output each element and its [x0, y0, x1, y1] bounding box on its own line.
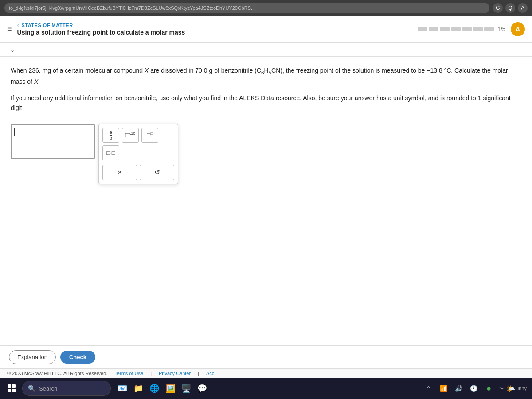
clear-button[interactable]: ×: [102, 165, 137, 180]
taskbar-app-icons: 📧 📁 🌐 🖼️ 🖥️ 💬: [115, 380, 209, 396]
undo-icon: ↺: [154, 168, 160, 176]
acc-link[interactable]: Acc: [206, 371, 214, 376]
terms-link[interactable]: Terms of Use: [114, 371, 143, 376]
privacy-link[interactable]: Privacy Center: [159, 371, 191, 376]
taskbar-file-icon[interactable]: 📁: [131, 380, 145, 396]
browser-icon-q[interactable]: Q: [505, 3, 515, 13]
browser-icon-g[interactable]: G: [493, 3, 503, 13]
location-label: inny: [518, 386, 527, 391]
hamburger-icon[interactable]: ≡: [7, 24, 12, 34]
answer-input[interactable]: [11, 124, 95, 159]
browser-url: to_d-igNsiki7jor5jH-lvgXwrpgmUnVIICeeBZb…: [4, 3, 489, 13]
info-text: If you need any additional information o…: [11, 93, 521, 113]
superscript-button[interactable]: □□: [141, 128, 158, 143]
avatar: A: [511, 22, 525, 36]
chevron-row: ⌄: [0, 43, 532, 57]
copyright-separator-2: |: [198, 371, 199, 376]
section-label: STATES OF MATTER: [17, 23, 412, 28]
undo-button[interactable]: ↺: [140, 165, 174, 180]
superscript-x10-button[interactable]: □x10: [122, 128, 139, 143]
main-content: ≡ STATES OF MATTER Using a solution free…: [0, 16, 532, 378]
formula-benzonitrile: C6H5CN: [257, 67, 280, 74]
clear-icon: ×: [117, 168, 121, 176]
weather-icon[interactable]: 🌤️: [506, 384, 515, 393]
footer-bar: Explanation Check: [0, 345, 532, 368]
network-icon[interactable]: 📶: [438, 382, 450, 395]
copyright-separator-1: |: [150, 371, 152, 376]
question-body: When 236. mg of a certain molecular comp…: [0, 57, 532, 345]
copyright-bar: © 2023 McGraw Hill LLC. All Rights Reser…: [0, 368, 532, 378]
temperature-label: °F: [499, 386, 504, 391]
fraction-icon: a b: [110, 130, 112, 141]
start-button[interactable]: [4, 380, 20, 396]
header-bar: ≡ STATES OF MATTER Using a solution free…: [0, 16, 532, 43]
browser-bar: to_d-igNsiki7jor5jH-lvgXwrpgmUnVIICeeBZb…: [0, 0, 532, 16]
chevron-up-icon[interactable]: ^: [422, 382, 435, 395]
multiply-dot-button[interactable]: □·□: [102, 145, 119, 160]
superscript-x10-icon: □x10: [125, 131, 135, 138]
taskbar-mail-icon[interactable]: 📧: [115, 380, 129, 396]
math-toolbar-row-2: □·□: [102, 145, 174, 160]
check-button[interactable]: Check: [60, 351, 95, 364]
math-toolbar: a b □x10 □□ □·□: [98, 124, 178, 184]
explanation-button[interactable]: Explanation: [9, 350, 56, 364]
clock-icon[interactable]: 🕐: [468, 382, 480, 395]
browser-icon-a[interactable]: A: [518, 3, 528, 13]
progress-bar: [418, 27, 494, 31]
taskbar-monitor-icon[interactable]: 🖥️: [179, 380, 193, 396]
taskbar-browser-icon[interactable]: 🌐: [147, 380, 161, 396]
text-cursor: [14, 128, 15, 136]
progress-area: 1/5: [418, 26, 505, 32]
taskbar-search[interactable]: 🔍 Search: [22, 381, 111, 396]
superscript-icon: □□: [147, 131, 153, 138]
system-tray: ^ 📶 🔊 🕐 ● °F 🌤️ inny: [422, 382, 528, 395]
question-text: When 236. mg of a certain molecular comp…: [11, 66, 521, 87]
copyright-text: © 2023 McGraw Hill LLC. All Rights Reser…: [7, 371, 107, 376]
green-circle-icon[interactable]: ●: [483, 382, 495, 395]
math-toolbar-row-1: a b □x10 □□: [102, 128, 174, 143]
search-icon: 🔍: [28, 385, 35, 392]
taskbar-message-icon[interactable]: 💬: [195, 380, 209, 396]
chevron-down-button[interactable]: ⌄: [7, 44, 18, 55]
search-placeholder: Search: [39, 385, 57, 392]
toolbar-action-row: × ↺: [102, 165, 174, 180]
question-title: Using a solution freezing point to calcu…: [17, 29, 412, 36]
sound-icon[interactable]: 🔊: [453, 382, 465, 395]
taskbar: 🔍 Search 📧 📁 🌐 🖼️ 🖥️ 💬 ^ 📶 🔊 🕐 ● °F 🌤️ i…: [0, 378, 532, 399]
fraction-button[interactable]: a b: [102, 128, 119, 143]
progress-counter: 1/5: [497, 26, 505, 32]
multiply-dot-icon: □·□: [106, 149, 115, 156]
browser-icons: G Q A: [493, 3, 528, 13]
windows-logo: [8, 384, 16, 392]
answer-row: a b □x10 □□ □·□: [11, 124, 521, 184]
taskbar-photo-icon[interactable]: 🖼️: [163, 380, 177, 396]
header-text: STATES OF MATTER Using a solution freezi…: [17, 23, 412, 36]
